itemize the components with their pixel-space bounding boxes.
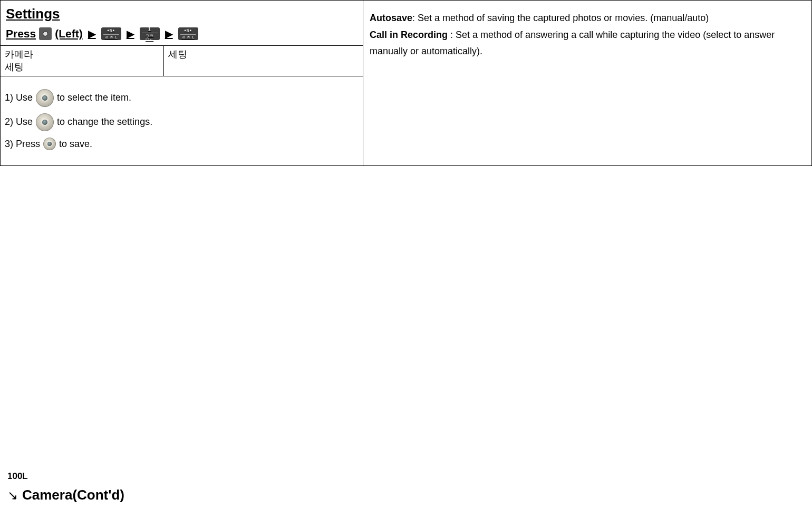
content-table: Settings Press (Left) ▶ •5•ㄹ ㅈ L ▶ 1ㄱㅋ ◎… bbox=[0, 0, 812, 166]
arrow-right-icon: ▶ bbox=[127, 28, 134, 39]
step-1: 1) Use to select the item. bbox=[5, 89, 359, 107]
autosave-label: Autosave bbox=[370, 13, 412, 23]
autosave-text: : Set a method of saving the captured ph… bbox=[412, 13, 709, 23]
arrow-right-icon: ▶ bbox=[165, 28, 173, 39]
camera-key-icon bbox=[39, 27, 52, 40]
page-footer: 100L ↘ Camera(Cont'd) bbox=[7, 471, 124, 503]
step-suffix: to change the settings. bbox=[57, 115, 152, 129]
right-column: Autosave: Set a method of saving the cap… bbox=[363, 1, 811, 165]
press-sequence: Press (Left) ▶ •5•ㄹ ㅈ L ▶ 1ㄱㅋ ◎← ▶ •5•ㄹ … bbox=[1, 24, 363, 45]
step-3: 3) Press to save. bbox=[5, 138, 359, 151]
nav-wheel-icon bbox=[36, 113, 54, 131]
step-suffix: to select the item. bbox=[57, 91, 131, 104]
keypad-1-icon: 1ㄱㅋ ◎← bbox=[140, 27, 160, 40]
callrec-row: Call in Recording : Set a method of answ… bbox=[370, 27, 803, 60]
keypad-5-icon: •5•ㄹ ㅈ L bbox=[178, 27, 198, 40]
step-suffix: to save. bbox=[59, 138, 92, 151]
steps-list: 1) Use to select the item. 2) Use to cha… bbox=[1, 76, 363, 165]
step-2: 2) Use to change the settings. bbox=[5, 113, 359, 131]
sub-table-col2: 세팅 bbox=[164, 46, 363, 76]
autosave-row: Autosave: Set a method of saving the cap… bbox=[370, 10, 803, 27]
sub-table-col1: 카메라 세팅 bbox=[1, 46, 164, 76]
sub-table-col1-line2: 세팅 bbox=[5, 61, 159, 73]
sub-table: 카메라 세팅 세팅 bbox=[1, 45, 363, 76]
page-number: 100L bbox=[7, 471, 124, 482]
continued-text: Camera(Cont'd) bbox=[22, 487, 124, 503]
section-title: Settings bbox=[1, 1, 363, 24]
callrec-label: Call in Recording bbox=[370, 30, 448, 40]
nav-wheel-icon bbox=[36, 89, 54, 107]
nav-center-icon bbox=[43, 138, 56, 150]
step-prefix: 1) Use bbox=[5, 91, 33, 104]
press-prefix: Press bbox=[6, 27, 36, 40]
press-suffix: (Left) bbox=[55, 27, 82, 40]
step-prefix: 2) Use bbox=[5, 115, 33, 129]
arrow-down-right-icon: ↘ bbox=[7, 488, 18, 503]
sub-table-col1-line1: 카메라 bbox=[5, 48, 159, 61]
arrow-right-icon: ▶ bbox=[88, 28, 96, 39]
step-prefix: 3) Press bbox=[5, 138, 40, 151]
continued-heading: ↘ Camera(Cont'd) bbox=[7, 487, 124, 503]
left-column: Settings Press (Left) ▶ •5•ㄹ ㅈ L ▶ 1ㄱㅋ ◎… bbox=[1, 1, 363, 165]
keypad-5-icon: •5•ㄹ ㅈ L bbox=[101, 27, 121, 40]
